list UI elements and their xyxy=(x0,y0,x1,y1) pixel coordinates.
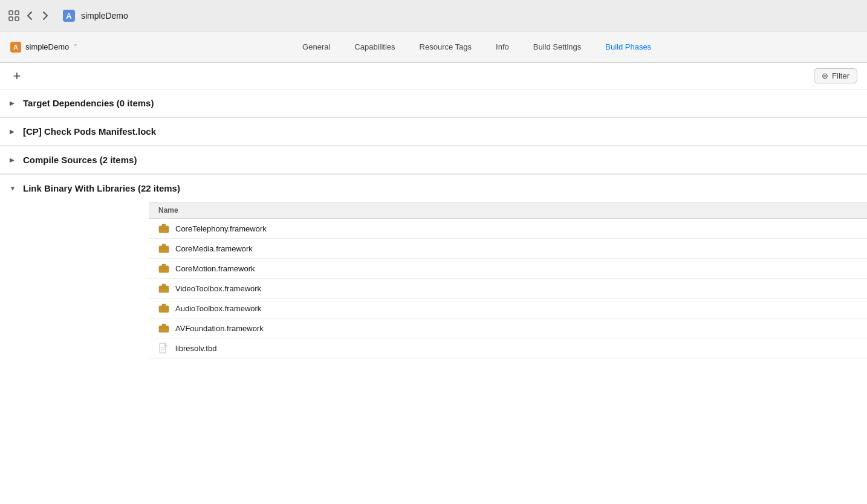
section-title-link-binary: Link Binary With Libraries (22 items) xyxy=(23,183,180,193)
framework-name: AVFoundation.framework xyxy=(175,324,264,333)
svg-rect-18 xyxy=(162,284,166,286)
svg-rect-12 xyxy=(162,244,166,247)
svg-rect-14 xyxy=(159,266,169,273)
svg-rect-8 xyxy=(159,226,169,233)
library-table: Name CoreTelephony.framework CoreMedia.f… xyxy=(149,202,867,358)
framework-icon xyxy=(158,303,169,314)
tab-resource-tags[interactable]: Resource Tags xyxy=(408,37,484,56)
window-title: simpleDemo xyxy=(81,11,128,21)
svg-rect-1 xyxy=(15,11,19,15)
section-check-pods[interactable]: ▶ [CP] Check Pods Manifest.lock xyxy=(0,118,867,146)
table-row[interactable]: CoreMotion.framework xyxy=(149,259,867,279)
tab-info[interactable]: Info xyxy=(484,37,521,56)
svg-rect-0 xyxy=(9,11,13,15)
table-row[interactable]: AVFoundation.framework xyxy=(149,318,867,338)
svg-rect-20 xyxy=(159,306,169,312)
forward-button[interactable] xyxy=(39,9,52,22)
chevron-down-icon: ▼ xyxy=(10,185,17,192)
svg-rect-23 xyxy=(159,326,169,332)
app-icon: A xyxy=(62,8,76,23)
svg-rect-21 xyxy=(162,304,166,306)
content-toolbar: + ⊜ Filter xyxy=(0,63,867,89)
tbd-name: libresolv.tbd xyxy=(175,344,216,353)
section-title-compile-sources: Compile Sources (2 items) xyxy=(23,155,137,165)
framework-icon xyxy=(158,323,169,334)
tab-general[interactable]: General xyxy=(290,37,342,56)
section-title-target-deps: Target Dependencies (0 items) xyxy=(23,98,154,108)
table-row[interactable]: VideoToolbox.framework xyxy=(149,279,867,299)
table-row[interactable]: CoreTelephony.framework xyxy=(149,219,867,239)
svg-rect-25 xyxy=(159,328,169,329)
grid-icon-button[interactable] xyxy=(7,9,21,22)
table-row[interactable]: AudioToolbox.framework xyxy=(149,299,867,318)
framework-name: CoreMotion.framework xyxy=(175,264,255,273)
framework-name: AudioToolbox.framework xyxy=(175,304,261,313)
svg-rect-13 xyxy=(159,248,169,249)
svg-rect-10 xyxy=(159,228,169,229)
name-column-header: Name xyxy=(158,206,178,215)
add-button[interactable]: + xyxy=(10,69,24,83)
svg-rect-17 xyxy=(159,286,169,292)
svg-text:A: A xyxy=(13,44,18,51)
section-compile-sources[interactable]: ▶ Compile Sources (2 items) xyxy=(0,146,867,174)
svg-text:A: A xyxy=(66,11,72,21)
target-name-label: simpleDemo xyxy=(25,42,69,51)
svg-rect-11 xyxy=(159,246,169,253)
tbd-file-icon xyxy=(158,343,169,354)
framework-icon xyxy=(158,283,169,294)
section-target-dependencies[interactable]: ▶ Target Dependencies (0 items) xyxy=(0,89,867,117)
chevron-right-icon-3: ▶ xyxy=(10,157,17,163)
content-area: ▶ Target Dependencies (0 items) ▶ [CP] C… xyxy=(0,89,867,504)
svg-rect-15 xyxy=(162,264,166,267)
section-title-check-pods: [CP] Check Pods Manifest.lock xyxy=(23,126,156,137)
filter-button[interactable]: ⊜ Filter xyxy=(814,68,857,83)
svg-rect-22 xyxy=(159,308,169,309)
svg-rect-2 xyxy=(9,17,13,21)
framework-name: CoreMedia.framework xyxy=(175,244,253,253)
title-bar: A simpleDemo xyxy=(0,0,867,31)
framework-name: VideoToolbox.framework xyxy=(175,284,261,293)
svg-rect-9 xyxy=(162,224,166,227)
svg-rect-3 xyxy=(15,17,19,21)
filter-label: Filter xyxy=(832,71,849,80)
table-row[interactable]: libresolv.tbd xyxy=(149,338,867,358)
svg-rect-16 xyxy=(159,268,169,269)
svg-rect-19 xyxy=(159,288,169,289)
nav-buttons xyxy=(7,9,52,22)
svg-rect-24 xyxy=(162,324,166,326)
tab-list: General Capabilities Resource Tags Info … xyxy=(96,37,857,56)
framework-icon xyxy=(158,263,169,274)
target-app-icon: A xyxy=(10,41,22,53)
chevron-right-icon: ▶ xyxy=(10,100,17,106)
section-link-binary[interactable]: ▼ Link Binary With Libraries (22 items) xyxy=(0,175,867,202)
back-button[interactable] xyxy=(23,9,36,22)
framework-icon xyxy=(158,223,169,234)
framework-name: CoreTelephony.framework xyxy=(175,224,267,233)
framework-icon xyxy=(158,243,169,254)
target-selector[interactable]: A simpleDemo ⌃ xyxy=(10,41,78,53)
target-chevron-icon: ⌃ xyxy=(73,43,78,51)
tab-build-phases[interactable]: Build Phases xyxy=(593,37,663,56)
chevron-right-icon-2: ▶ xyxy=(10,128,17,135)
table-row[interactable]: CoreMedia.framework xyxy=(149,239,867,259)
table-column-header: Name xyxy=(149,202,867,219)
tab-build-settings[interactable]: Build Settings xyxy=(521,37,594,56)
tab-bar: A simpleDemo ⌃ General Capabilities Reso… xyxy=(0,31,867,63)
tab-capabilities[interactable]: Capabilities xyxy=(342,37,407,56)
filter-icon: ⊜ xyxy=(822,71,828,80)
